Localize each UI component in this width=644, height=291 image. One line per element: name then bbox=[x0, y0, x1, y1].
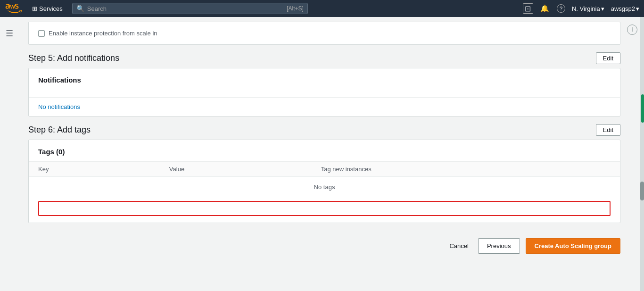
instance-protection-label: Enable instance protection from scale in bbox=[49, 30, 157, 37]
grid-icon: ⊞ bbox=[32, 5, 37, 12]
step5-content: Notifications No notifications bbox=[28, 68, 620, 116]
page-scrollbar-thumb[interactable] bbox=[640, 182, 644, 200]
step5-header: Step 5: Add notifications Edit bbox=[28, 52, 620, 64]
previous-button[interactable]: Previous bbox=[478, 238, 520, 254]
search-input[interactable] bbox=[87, 5, 284, 12]
help-icon[interactable]: ? bbox=[557, 4, 565, 13]
step6-title: Step 6: Add tags bbox=[28, 125, 91, 135]
col-key: Key bbox=[29, 162, 160, 177]
col-tag-new: Tag new instances bbox=[312, 162, 620, 177]
bell-icon[interactable]: 🔔 bbox=[540, 3, 550, 14]
no-tags-cell: No tags bbox=[29, 177, 620, 198]
no-tags-row: No tags bbox=[29, 177, 620, 198]
account-label: awsgsp2 bbox=[611, 5, 635, 12]
search-icon: 🔍 bbox=[76, 5, 84, 12]
notifications-title: Notifications bbox=[38, 76, 611, 84]
account-chevron: ▾ bbox=[636, 5, 639, 12]
instance-protection-checkbox[interactable] bbox=[38, 30, 45, 37]
terminal-icon[interactable]: ⊡ bbox=[523, 3, 533, 14]
col-value: Value bbox=[160, 162, 312, 177]
region-selector[interactable]: N. Virginia ▾ bbox=[572, 5, 604, 12]
main-content: Enable instance protection from scale in… bbox=[0, 17, 644, 291]
region-chevron: ▾ bbox=[601, 5, 604, 12]
page-scrollbar[interactable] bbox=[640, 17, 644, 291]
no-notifications: No notifications bbox=[29, 97, 620, 116]
step5-section: Step 5: Add notifications Edit Notificat… bbox=[28, 52, 620, 116]
region-label: N. Virginia bbox=[572, 5, 600, 12]
step6-header: Step 6: Add tags Edit bbox=[28, 124, 620, 136]
tags-table: Key Value Tag new instances No tags bbox=[29, 161, 620, 197]
step5-inner: Notifications bbox=[29, 68, 620, 97]
step5-title: Step 5: Add notifications bbox=[28, 53, 119, 63]
tags-table-header: Key Value Tag new instances bbox=[29, 162, 620, 177]
sidebar-toggle[interactable]: ☰ bbox=[4, 26, 15, 41]
step6-content: Tags (0) Key Value Tag new instances No … bbox=[28, 140, 620, 223]
step6-edit-button[interactable]: Edit bbox=[596, 124, 620, 136]
scroll-indicator bbox=[641, 94, 644, 123]
aws-logo[interactable] bbox=[5, 3, 22, 14]
tags-title: Tags (0) bbox=[29, 140, 620, 161]
search-bar[interactable]: 🔍 [Alt+S] bbox=[72, 3, 308, 14]
action-bar: Cancel Previous Create Auto Scaling grou… bbox=[28, 231, 620, 261]
services-label: Services bbox=[39, 5, 63, 12]
info-icon[interactable]: i bbox=[627, 25, 637, 35]
account-menu[interactable]: awsgsp2 ▾ bbox=[611, 5, 639, 12]
highlighted-box bbox=[38, 201, 611, 216]
search-shortcut: [Alt+S] bbox=[287, 5, 304, 12]
step6-section: Step 6: Add tags Edit Tags (0) Key Value… bbox=[28, 124, 620, 223]
services-menu[interactable]: ⊞ Services bbox=[27, 5, 67, 12]
nav-right: ⊡ 🔔 ? N. Virginia ▾ awsgsp2 ▾ bbox=[523, 3, 639, 14]
instance-protection-row: Enable instance protection from scale in bbox=[38, 30, 611, 37]
instance-protection-section: Enable instance protection from scale in bbox=[28, 22, 620, 45]
step5-edit-button[interactable]: Edit bbox=[596, 52, 620, 64]
top-navigation: ⊞ Services 🔍 [Alt+S] ⊡ 🔔 ? N. Virginia ▾… bbox=[0, 0, 644, 17]
create-auto-scaling-button[interactable]: Create Auto Scaling group bbox=[526, 238, 620, 254]
cancel-button[interactable]: Cancel bbox=[446, 241, 472, 251]
